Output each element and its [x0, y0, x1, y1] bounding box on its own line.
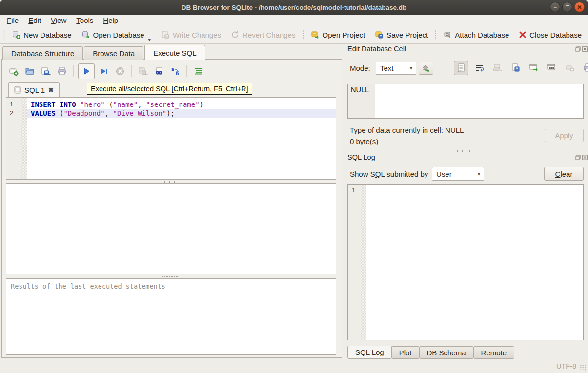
- copy-link-button[interactable]: [545, 61, 559, 75]
- open-database-icon: [81, 30, 90, 39]
- print-button[interactable]: [55, 64, 69, 78]
- find-button[interactable]: [152, 64, 166, 78]
- minimize-button[interactable]: −: [550, 2, 560, 12]
- open-project-icon: [311, 30, 320, 39]
- titlebar: DB Browser for SQLite - /home/user/code/…: [0, 0, 588, 15]
- fold-margin: [21, 98, 27, 179]
- stop-icon: [115, 66, 125, 76]
- format-sql-icon: [194, 67, 203, 76]
- apply-button: Apply: [545, 129, 584, 142]
- close-dock-icon[interactable]: [582, 155, 588, 160]
- text-mode-toggle-button[interactable]: [454, 61, 468, 75]
- open-sql-file-button[interactable]: [23, 64, 37, 78]
- dock-splitter[interactable]: [456, 150, 474, 152]
- replace-button[interactable]: ab: [168, 64, 182, 78]
- app-window: DB Browser for SQLite - /home/user/code/…: [0, 0, 588, 373]
- clear-log-button[interactable]: Clear: [544, 167, 584, 181]
- word-wrap-button[interactable]: [473, 61, 487, 75]
- replace-icon: ab: [170, 66, 180, 76]
- close-sql-tab-icon[interactable]: ✖: [48, 86, 54, 94]
- main-toolbar: New Database Open Database ▾ Write Chang…: [0, 26, 588, 44]
- text-document-icon: [457, 63, 465, 72]
- sql-code[interactable]: INSERT INTO "hero" ("name", "secret_name…: [27, 98, 336, 179]
- dock-tab-plot[interactable]: Plot: [391, 346, 420, 359]
- resize-grip[interactable]: [580, 364, 587, 371]
- minimize-icon: −: [553, 4, 557, 10]
- sql-document-icon: [14, 86, 21, 94]
- execute-current-line-icon: [100, 67, 108, 76]
- toolbar-grip[interactable]: [435, 29, 436, 40]
- close-database-button[interactable]: Close Database: [514, 29, 586, 41]
- results-table-pane: [6, 183, 336, 274]
- mode-label: Mode:: [350, 64, 370, 72]
- save-project-button[interactable]: Save Project: [370, 28, 432, 41]
- window-title: DB Browser for SQLite - /home/user/code/…: [182, 4, 406, 11]
- auto-switch-mode-button[interactable]: [419, 62, 433, 75]
- open-sql-file-icon: [25, 66, 35, 76]
- new-sql-tab-button[interactable]: [7, 64, 20, 78]
- sql-toolbar-separator: [73, 65, 74, 77]
- toolbar-grip[interactable]: [302, 29, 304, 40]
- maximize-button[interactable]: [562, 2, 572, 12]
- status-bar: UTF-8: [0, 358, 588, 373]
- open-database-dropdown-icon[interactable]: ▾: [148, 37, 151, 43]
- cell-size-info: 0 byte(s): [350, 137, 378, 145]
- execute-current-line-button[interactable]: [97, 64, 111, 78]
- float-dock-icon[interactable]: [575, 46, 581, 52]
- close-dock-icon[interactable]: [582, 46, 588, 52]
- menu-edit[interactable]: Edit: [23, 15, 46, 25]
- new-database-icon: [12, 30, 20, 39]
- log-fold-margin: [361, 185, 366, 340]
- attach-database-button[interactable]: Attach Database: [439, 28, 513, 41]
- format-sql-button[interactable]: [191, 64, 205, 78]
- stop-button: [113, 64, 127, 78]
- new-database-button[interactable]: New Database: [7, 28, 76, 41]
- close-icon: ✕: [577, 4, 582, 10]
- cell-content[interactable]: [375, 84, 583, 118]
- mode-select[interactable]: Text ▾: [376, 62, 416, 75]
- open-in-window-icon: [529, 63, 539, 72]
- save-sql-file-button[interactable]: [39, 64, 53, 78]
- sql-line-1: INSERT INTO "hero" ("name", "secret_name…: [27, 100, 336, 109]
- print-icon: [583, 63, 588, 73]
- sql-editor[interactable]: 1 2 INSERT INTO "hero" ("name", "secret_…: [6, 97, 336, 180]
- toolbar-grip[interactable]: [3, 29, 5, 40]
- menu-tools[interactable]: Tools: [71, 15, 98, 25]
- line-number: 1: [348, 186, 361, 194]
- menu-file[interactable]: File: [2, 15, 23, 25]
- close-button[interactable]: ✕: [574, 2, 585, 12]
- open-project-button[interactable]: Open Project: [306, 28, 370, 41]
- dock-tab-bar: SQL Log Plot DB Schema Remote: [347, 346, 514, 359]
- write-changes-icon: [161, 30, 170, 39]
- cell-type-info: Type of data currently in cell: NULL: [350, 126, 464, 134]
- link-icon: [547, 63, 557, 72]
- sql-log-view[interactable]: 1: [347, 184, 584, 340]
- horizontal-splitter[interactable]: [161, 275, 179, 278]
- menu-view[interactable]: View: [46, 15, 71, 25]
- export-data-button[interactable]: [509, 61, 523, 75]
- sql-document-tab[interactable]: SQL 1 ✖: [8, 82, 60, 97]
- menu-help[interactable]: Help: [98, 15, 123, 25]
- tab-execute-sql[interactable]: Execute SQL: [144, 45, 205, 60]
- line-number: 2: [6, 109, 21, 118]
- dock-tab-sql-log[interactable]: SQL Log: [347, 346, 392, 359]
- new-tab-icon: [9, 66, 19, 76]
- encoding-indicator[interactable]: UTF-8: [556, 362, 576, 370]
- execute-sql-button[interactable]: [78, 63, 95, 79]
- results-message-pane: Results of the last executed statements: [6, 278, 336, 355]
- float-dock-icon[interactable]: [575, 155, 581, 160]
- dock-tab-db-schema[interactable]: DB Schema: [419, 346, 474, 359]
- write-changes-button: Write Changes: [157, 28, 225, 41]
- tab-database-structure[interactable]: Database Structure: [2, 46, 83, 60]
- save-project-icon: [375, 30, 384, 39]
- close-database-icon: [519, 31, 527, 39]
- open-in-external-button[interactable]: [527, 61, 541, 75]
- execute-sql-icon: [82, 67, 91, 76]
- open-database-button[interactable]: Open Database: [77, 28, 149, 41]
- log-filter-select[interactable]: User ▾: [432, 167, 484, 181]
- dock-tab-remote[interactable]: Remote: [473, 346, 515, 359]
- sql-tab-label: SQL 1: [24, 86, 45, 94]
- tab-browse-data[interactable]: Browse Data: [84, 46, 143, 60]
- cell-value-editor[interactable]: NULL: [347, 84, 584, 119]
- print-cell-button[interactable]: [581, 61, 588, 75]
